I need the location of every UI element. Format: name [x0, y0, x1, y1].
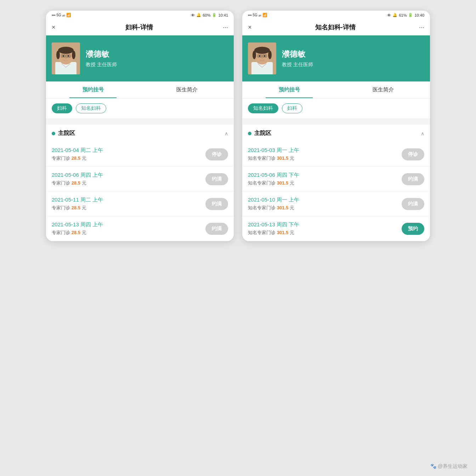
separator-left: [46, 118, 234, 121]
nav-bar-left: × 妇科-详情 ···: [46, 19, 234, 35]
appointment-left-r2: 2021-05-06 周四 下午 知名专家门诊 301.5 元: [248, 172, 299, 186]
tab-appointment-left[interactable]: 预约挂号: [46, 81, 140, 98]
section-title-right: 主院区: [254, 130, 271, 137]
doctor-header-right: 濮德敏 教授 主任医师: [242, 35, 430, 81]
phones-container: ▪▪▪ 5G ₄₆ 📶 👁 🔔 60% 🔋 10:41 × 妇科-详情 ···: [7, 11, 469, 241]
appointment-item-2: 2021-05-06 周四 上午 专家门诊 28.5 元 约满: [46, 167, 234, 192]
doctor-name-right: 濮德敏: [282, 49, 313, 60]
tab-intro-left[interactable]: 医生简介: [140, 81, 234, 98]
battery-icon: 🔔: [196, 13, 201, 17]
signal-icon-right: ▪▪▪ 5G ₄₆: [248, 13, 261, 17]
appointment-type-4: 专家门诊 28.5 元: [52, 230, 103, 236]
svg-point-3: [58, 47, 74, 54]
status-bar-left: ▪▪▪ 5G ₄₆ 📶 👁 🔔 60% 🔋 10:41: [46, 11, 234, 19]
section-title-left: 主院区: [58, 130, 75, 137]
battery-icon-right: 🔔: [392, 13, 397, 17]
separator-right: [242, 118, 430, 121]
tab-appointment-right[interactable]: 预约挂号: [242, 81, 336, 98]
appointment-list-left: 2021-05-04 周二 上午 专家门诊 28.5 元 停诊 2021-05-…: [46, 142, 234, 241]
doctor-title-left: 教授 主任医师: [86, 62, 117, 68]
eye-icon-right: 👁: [387, 13, 391, 17]
page-title-right: 知名妇科-详情: [315, 23, 356, 32]
section-left-right: 主院区: [248, 130, 271, 137]
appointment-type-r1: 知名专家门诊 301.5 元: [248, 155, 299, 162]
btn-full-4[interactable]: 约满: [205, 223, 228, 235]
close-button-right[interactable]: ×: [248, 24, 252, 31]
watermark-text: @养生运动家: [438, 463, 468, 469]
appointment-left-r1: 2021-05-03 周一 上午 知名专家门诊 301.5 元: [248, 147, 299, 162]
appointment-date-1: 2021-05-04 周二 上午: [52, 147, 103, 154]
appointment-item-4: 2021-05-13 周四 上午 专家门诊 28.5 元 约满: [46, 216, 234, 241]
close-button-left[interactable]: ×: [52, 24, 56, 31]
appointment-type-r4: 知名专家门诊 301.5 元: [248, 230, 299, 236]
svg-point-7: [67, 55, 69, 57]
chevron-up-left[interactable]: ∧: [225, 131, 228, 136]
appointment-list-right: 2021-05-03 周一 上午 知名专家门诊 301.5 元 停诊 2021-…: [242, 142, 430, 241]
tag-famous-left[interactable]: 知名妇科: [76, 103, 106, 113]
appointment-date-r1: 2021-05-03 周一 上午: [248, 147, 299, 154]
appointment-item-3: 2021-05-11 周二 上午 专家门诊 28.5 元 约满: [46, 192, 234, 216]
doctor-title-right: 教授 主任医师: [282, 62, 313, 68]
more-button-left[interactable]: ···: [223, 24, 228, 31]
time-display: 10:41: [218, 13, 228, 17]
appointment-item-r2: 2021-05-06 周四 下午 知名专家门诊 301.5 元 约满: [242, 167, 430, 192]
section-header-right: 主院区 ∧: [242, 125, 430, 142]
appointment-date-r3: 2021-05-10 周一 上午: [248, 197, 299, 203]
appointment-item-r1: 2021-05-03 周一 上午 知名专家门诊 301.5 元 停诊: [242, 142, 430, 167]
appointment-type-3: 专家门诊 28.5 元: [52, 205, 103, 211]
svg-point-6: [62, 55, 64, 57]
svg-point-17: [268, 51, 272, 59]
appointment-left-r3: 2021-05-10 周一 上午 知名专家门诊 301.5 元: [248, 197, 299, 211]
svg-point-4: [56, 51, 60, 59]
more-button-right[interactable]: ···: [419, 24, 424, 31]
status-bar-right: ▪▪▪ 5G ₄₆ 📶 👁 🔔 61% 🔋 10:40: [242, 11, 430, 19]
status-left-right: ▪▪▪ 5G ₄₆ 📶: [248, 13, 267, 17]
appointment-left-4: 2021-05-13 周四 上午 专家门诊 28.5 元: [52, 221, 103, 236]
battery-bar: 🔋: [212, 13, 217, 17]
appointment-date-3: 2021-05-11 周二 上午: [52, 197, 103, 203]
btn-full-2[interactable]: 约满: [205, 173, 228, 185]
nav-bar-right: × 知名妇科-详情 ···: [242, 19, 430, 35]
tab-intro-right[interactable]: 医生简介: [336, 81, 430, 98]
svg-point-11: [65, 57, 67, 59]
svg-point-19: [264, 55, 266, 57]
signal-icon: ▪▪▪ 5G ₄₆: [52, 13, 65, 17]
section-header-left: 主院区 ∧: [46, 125, 234, 142]
appointment-type-r2: 知名专家门诊 301.5 元: [248, 180, 299, 186]
btn-full-r3[interactable]: 约满: [402, 198, 424, 210]
status-left: ▪▪▪ 5G ₄₆ 📶: [52, 13, 71, 17]
chevron-up-right[interactable]: ∧: [421, 131, 424, 136]
wifi-icon-right: 📶: [262, 13, 267, 17]
appointment-item-1: 2021-05-04 周二 上午 专家门诊 28.5 元 停诊: [46, 142, 234, 167]
appointment-type-r3: 知名专家门诊 301.5 元: [248, 205, 299, 211]
phone-right: ▪▪▪ 5G ₄₆ 📶 👁 🔔 61% 🔋 10:40 × 知名妇科-详情 ··…: [242, 11, 430, 241]
btn-full-3[interactable]: 约满: [205, 198, 228, 210]
green-dot-left: [52, 132, 55, 135]
eye-icon: 👁: [191, 13, 195, 17]
tab-bar-right: 预约挂号 医生简介: [242, 81, 430, 98]
doctor-info-right: 濮德敏 教授 主任医师: [282, 49, 313, 68]
tag-gynecology-left[interactable]: 妇科: [52, 103, 72, 113]
page-title-left: 妇科-详情: [125, 23, 153, 32]
btn-stop-r1[interactable]: 停诊: [402, 148, 424, 160]
time-display-right: 10:40: [414, 13, 424, 17]
btn-stop-1[interactable]: 停诊: [205, 148, 228, 160]
svg-point-18: [259, 55, 261, 57]
tag-famous-right[interactable]: 知名妇科: [248, 103, 278, 113]
appointment-left-1: 2021-05-04 周二 上午 专家门诊 28.5 元: [52, 147, 103, 162]
appointment-date-2: 2021-05-06 周四 上午: [52, 172, 103, 178]
btn-full-r2[interactable]: 约满: [402, 173, 424, 185]
btn-book-r4[interactable]: 预约: [402, 223, 424, 235]
doctor-info-left: 濮德敏 教授 主任医师: [86, 49, 117, 68]
appointment-type-1: 专家门诊 28.5 元: [52, 155, 103, 162]
tag-gynecology-right[interactable]: 妇科: [282, 103, 302, 113]
appointment-left-2: 2021-05-06 周四 上午 专家门诊 28.5 元: [52, 172, 103, 186]
doctor-avatar-left: [52, 42, 80, 74]
appointment-date-r4: 2021-05-13 周四 下午: [248, 221, 299, 228]
svg-point-15: [254, 47, 270, 54]
doctor-name-left: 濮德敏: [86, 49, 117, 60]
wifi-icon: 📶: [66, 13, 71, 17]
phone-left: ▪▪▪ 5G ₄₆ 📶 👁 🔔 60% 🔋 10:41 × 妇科-详情 ···: [46, 11, 234, 241]
svg-point-16: [253, 51, 256, 59]
doctor-header-left: 濮德敏 教授 主任医师: [46, 35, 234, 81]
